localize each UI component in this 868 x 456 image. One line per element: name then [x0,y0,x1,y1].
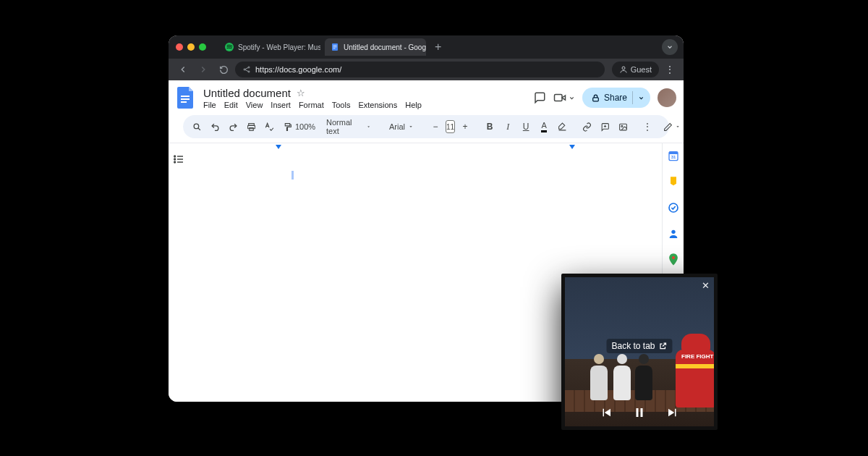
svg-text:31: 31 [671,155,676,159]
highlight-button[interactable] [554,118,570,135]
right-indent-marker[interactable] [569,145,575,149]
tab-docs[interactable]: Untitled document - Google D × [325,38,426,56]
maximize-window-button[interactable] [199,43,206,51]
text-color-button[interactable]: A [536,118,552,135]
bold-button[interactable]: B [482,118,498,135]
share-button[interactable]: Share [582,88,650,108]
add-comment-button[interactable] [597,118,613,135]
previous-track-button[interactable] [600,406,613,419]
svg-rect-13 [593,97,599,101]
meet-button[interactable] [553,91,575,104]
print-button[interactable] [243,118,259,135]
decrease-font-button[interactable]: − [427,118,443,135]
new-tab-button[interactable]: + [430,41,446,54]
tasks-icon[interactable] [667,201,680,214]
svg-rect-11 [181,101,187,103]
italic-button[interactable]: I [500,118,516,135]
docs-home-button[interactable] [176,85,196,111]
menu-file[interactable]: File [203,101,216,109]
svg-point-20 [174,156,176,157]
calendar-icon[interactable]: 31 [667,149,680,162]
site-info-icon[interactable] [242,65,251,74]
svg-point-27 [671,230,675,234]
menu-view[interactable]: View [246,101,263,109]
reload-button[interactable] [215,61,232,78]
menu-bar: File Edit View Insert Format Tools Exten… [203,99,422,109]
tab-spotify[interactable]: Spotify - Web Player: Music f × [219,38,320,56]
svg-point-8 [622,67,625,69]
svg-rect-4 [333,48,336,49]
svg-point-0 [225,43,234,51]
undo-button[interactable] [207,118,223,135]
styles-dropdown[interactable]: Normal text [322,118,373,135]
svg-point-14 [194,124,199,129]
svg-rect-2 [333,46,337,46]
back-button[interactable] [174,61,192,78]
tab-label: Spotify - Web Player: Music f [238,43,320,51]
tab-label: Untitled document - Google D [344,43,426,51]
document-title[interactable]: Untitled document [203,87,291,99]
editing-mode-button[interactable] [658,118,684,135]
toolbar: 100% Normal text Arial − 11 + B I U A ⋮ [183,115,669,138]
svg-point-7 [248,71,250,72]
pip-close-button[interactable]: ✕ [702,280,710,291]
spotify-icon [225,43,234,51]
ruler[interactable] [276,143,647,151]
menu-edit[interactable]: Edit [224,101,238,109]
svg-rect-10 [181,98,190,100]
svg-point-21 [174,159,176,160]
insert-link-button[interactable] [579,118,595,135]
pip-video: FIRE FIGHTE ✕ Back to tab [565,277,714,426]
pip-controls [565,406,714,419]
next-track-button[interactable] [666,406,679,419]
docs-header: Untitled document ☆ File Edit View Inser… [169,80,684,143]
svg-rect-3 [333,47,337,48]
zoom-dropdown[interactable]: 100% [297,118,313,135]
svg-rect-32 [637,408,639,417]
address-bar[interactable]: https://docs.google.com/ [235,62,605,77]
text-cursor [292,171,294,180]
tab-search-button[interactable] [662,39,678,55]
svg-rect-9 [181,96,190,97]
maps-icon[interactable] [667,253,680,266]
browser-menu-button[interactable]: ⋮ [662,64,678,75]
increase-font-button[interactable]: + [457,118,473,135]
nav-bar: https://docs.google.com/ Guest ⋮ [169,59,684,80]
outline-button[interactable] [173,153,184,402]
minimize-window-button[interactable] [187,43,195,51]
more-toolbar-button[interactable]: ⋮ [639,118,655,135]
star-button[interactable]: ☆ [297,88,305,98]
redo-button[interactable] [225,118,241,135]
svg-point-19 [621,125,622,127]
underline-button[interactable]: U [518,118,534,135]
close-window-button[interactable] [176,43,183,51]
menu-help[interactable]: Help [405,101,422,109]
font-size-input[interactable]: 11 [446,120,455,133]
insert-image-button[interactable] [615,118,631,135]
account-avatar[interactable] [658,88,676,107]
forward-button[interactable] [195,61,212,78]
svg-point-22 [174,161,176,163]
font-dropdown[interactable]: Arial [381,118,419,135]
profile-button[interactable]: Guest [612,62,659,77]
svg-rect-24 [669,152,678,154]
back-to-tab-button[interactable]: Back to tab [606,339,672,353]
menu-insert[interactable]: Insert [271,101,291,109]
spellcheck-button[interactable] [261,118,277,135]
menu-tools[interactable]: Tools [332,101,351,109]
menu-format[interactable]: Format [299,101,324,109]
search-menus-button[interactable] [189,118,205,135]
pip-window[interactable]: FIRE FIGHTE ✕ Back to tab [561,274,718,430]
comment-history-button[interactable] [533,91,546,104]
pause-button[interactable] [633,406,646,419]
share-label: Share [604,93,627,103]
firefighter-figure: FIRE FIGHTE [671,334,714,413]
back-to-tab-label: Back to tab [611,341,655,351]
url-text: https://docs.google.com/ [255,65,341,74]
svg-point-6 [248,67,250,68]
keep-icon[interactable] [667,175,680,188]
menu-extensions[interactable]: Extensions [358,101,397,109]
contacts-icon[interactable] [667,227,680,240]
left-indent-marker[interactable] [276,145,281,149]
tab-strip: Spotify - Web Player: Music f × Untitled… [169,35,684,59]
